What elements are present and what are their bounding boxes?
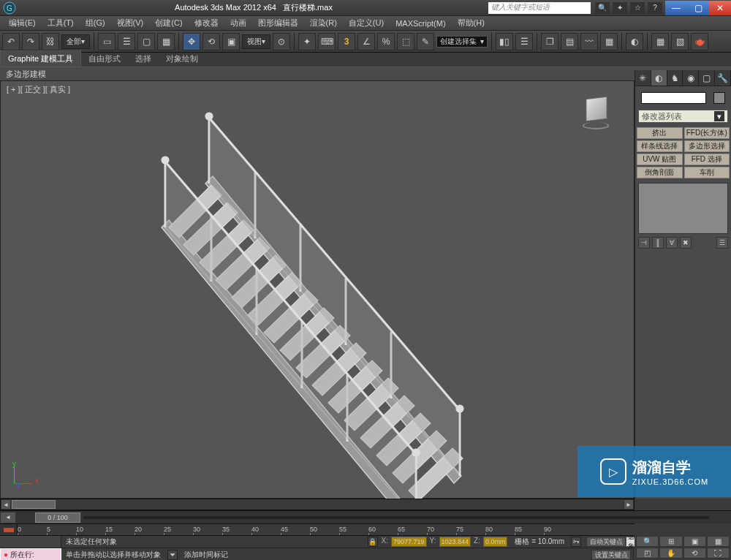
ribbon-panel-label[interactable]: 多边形建模 xyxy=(0,67,731,80)
orbit-icon[interactable]: ⟲ xyxy=(683,548,706,559)
time-track[interactable] xyxy=(83,516,709,519)
material-editor-icon[interactable]: ◐ xyxy=(626,33,643,50)
mirror-icon[interactable]: ▮▯ xyxy=(496,33,513,50)
modifier-list-dropdown[interactable]: 修改器列表▾ xyxy=(638,110,728,123)
remove-modifier-icon[interactable]: ✖ xyxy=(680,237,692,249)
mod-poly-select[interactable]: 多边形选择 xyxy=(684,140,730,152)
edit-named-sel-icon[interactable]: ✎ xyxy=(417,33,434,50)
set-key-button[interactable]: 设置关键点 xyxy=(591,550,631,560)
app-icon[interactable]: G xyxy=(0,1,19,15)
link-icon[interactable]: ⛓ xyxy=(42,33,59,50)
exchange-icon[interactable]: ☆ xyxy=(630,2,645,14)
mod-lathe[interactable]: 车削 xyxy=(684,167,730,178)
maximize-viewport-icon[interactable]: ⛶ xyxy=(707,548,730,559)
menu-rendering[interactable]: 渲染(R) xyxy=(304,18,343,29)
named-selection-set[interactable]: 创建选择集▾ xyxy=(436,36,488,48)
make-unique-icon[interactable]: ∀ xyxy=(666,237,678,249)
selection-filter[interactable]: 全部 ▾ xyxy=(61,34,90,49)
menu-customize[interactable]: 自定义(U) xyxy=(343,18,390,29)
menu-animation[interactable]: 动画 xyxy=(224,18,252,29)
auto-key-button[interactable]: 自动关键点 xyxy=(586,537,626,547)
render-setup-icon[interactable]: ▦ xyxy=(651,33,669,50)
move-icon[interactable]: ✥ xyxy=(183,33,200,50)
pin-stack-icon[interactable]: ⊣ xyxy=(638,237,650,249)
modifier-stack[interactable] xyxy=(638,183,728,234)
script-listener-mini[interactable] xyxy=(0,536,61,548)
manipulate-icon[interactable]: ✦ xyxy=(298,33,316,50)
undo-icon[interactable]: ↶ xyxy=(2,33,20,50)
align-icon[interactable]: ☰ xyxy=(515,33,533,50)
rotate-icon[interactable]: ⟲ xyxy=(202,33,220,50)
object-name-field[interactable] xyxy=(641,92,706,104)
z-coord-field[interactable]: 0.0mm xyxy=(483,537,508,547)
percent-snap-icon[interactable]: % xyxy=(377,33,395,50)
menu-group[interactable]: 组(G) xyxy=(80,18,111,29)
maximize-button[interactable]: ▢ xyxy=(687,1,709,15)
mod-spline-select[interactable]: 样条线选择 xyxy=(637,140,683,152)
help-icon[interactable]: ? xyxy=(648,2,662,14)
menu-maxscript[interactable]: MAXScript(M) xyxy=(390,19,451,28)
tab-freeform[interactable]: 自由形式 xyxy=(81,51,128,67)
keyboard-icon[interactable]: ⌨ xyxy=(318,33,336,50)
snap-icon[interactable]: 3 xyxy=(338,33,355,50)
viewcube[interactable] xyxy=(578,94,615,131)
viewport-label[interactable]: [ + ][ 正交 ][ 真实 ] xyxy=(7,84,70,95)
modify-tab-icon[interactable]: ◐ xyxy=(651,70,667,86)
display-tab-icon[interactable]: ▢ xyxy=(699,70,715,86)
select-region-icon[interactable]: ▢ xyxy=(137,33,155,50)
menu-views[interactable]: 视图(V) xyxy=(111,18,150,29)
pivot-icon[interactable]: ⊙ xyxy=(273,33,290,50)
graphite-icon[interactable]: ▤ xyxy=(561,33,578,50)
object-color-swatch[interactable] xyxy=(713,92,725,104)
help-search[interactable]: 键入关键字或短语 xyxy=(488,2,591,14)
tab-objectpaint[interactable]: 对象绘制 xyxy=(159,51,205,67)
motion-tab-icon[interactable]: ◉ xyxy=(683,70,699,86)
x-coord-field[interactable]: 79077.719 xyxy=(391,537,427,547)
render-icon[interactable]: 🫖 xyxy=(691,33,708,50)
subscription-icon[interactable]: ✦ xyxy=(613,2,627,14)
tab-selection[interactable]: 选择 xyxy=(128,51,159,67)
time-slider[interactable]: 0 / 100 xyxy=(35,512,80,523)
angle-snap-icon[interactable]: ∠ xyxy=(357,33,375,50)
window-crossing-icon[interactable]: ▦ xyxy=(157,33,175,50)
utilities-tab-icon[interactable]: 🔧 xyxy=(715,70,731,86)
horizontal-scrollbar[interactable]: ◄ ► xyxy=(0,499,635,510)
spinner-snap-icon[interactable]: ⬚ xyxy=(397,33,414,50)
close-button[interactable]: ✕ xyxy=(709,1,731,15)
select-name-icon[interactable]: ☰ xyxy=(118,33,135,50)
menu-help[interactable]: 帮助(H) xyxy=(452,18,491,29)
pan-icon[interactable]: ✋ xyxy=(659,548,682,559)
lock-selection-icon[interactable]: 🔒 xyxy=(368,537,378,547)
redo-icon[interactable]: ↷ xyxy=(22,33,39,50)
y-coord-field[interactable]: 1023.844 xyxy=(439,537,471,547)
mod-uvw-map[interactable]: UVW 贴图 xyxy=(637,154,683,165)
zoom-extents-icon[interactable]: ▣ xyxy=(683,536,706,547)
render-frame-icon[interactable]: ▧ xyxy=(671,33,689,50)
menu-tools[interactable]: 工具(T) xyxy=(42,18,80,29)
ruler-ticks[interactable]: 051015202530354045505560657075808590 xyxy=(18,524,731,535)
scroll-right-icon[interactable]: ► xyxy=(624,499,634,510)
select-icon[interactable]: ▭ xyxy=(98,33,115,50)
mod-ffd-box[interactable]: FFD(长方体) xyxy=(684,127,730,139)
minimize-button[interactable]: — xyxy=(665,1,687,15)
configure-modifier-icon[interactable]: ☰ xyxy=(716,237,728,249)
mod-extrude[interactable]: 挤出 xyxy=(637,127,683,139)
mod-bevel-profile[interactable]: 倒角剖面 xyxy=(637,167,683,178)
schematic-icon[interactable]: ▦ xyxy=(600,33,618,50)
create-tab-icon[interactable]: ✳ xyxy=(635,70,651,86)
show-end-result-icon[interactable]: ║ xyxy=(652,237,664,249)
zoom-extents-all-icon[interactable]: ▦ xyxy=(707,536,730,547)
layers-icon[interactable]: ❐ xyxy=(541,33,558,50)
curve-editor-icon[interactable]: 〰 xyxy=(580,33,598,50)
zoom-all-icon[interactable]: ⊞ xyxy=(659,536,682,547)
fov-icon[interactable]: ◰ xyxy=(636,548,659,559)
scroll-thumb[interactable] xyxy=(12,500,56,509)
search-icon[interactable]: 🔍 xyxy=(595,2,610,14)
timeslider-left-icon[interactable]: ◄ xyxy=(0,512,16,523)
tab-graphite[interactable]: Graphite 建模工具 xyxy=(0,50,81,67)
hierarchy-tab-icon[interactable]: ♞ xyxy=(667,70,683,86)
scale-icon[interactable]: ▣ xyxy=(222,33,240,50)
viewport[interactable]: [ + ][ 正交 ][ 真实 ] xyxy=(0,80,635,499)
menu-modifiers[interactable]: 修改器 xyxy=(189,18,224,29)
zoom-icon[interactable]: 🔍 xyxy=(636,536,659,547)
